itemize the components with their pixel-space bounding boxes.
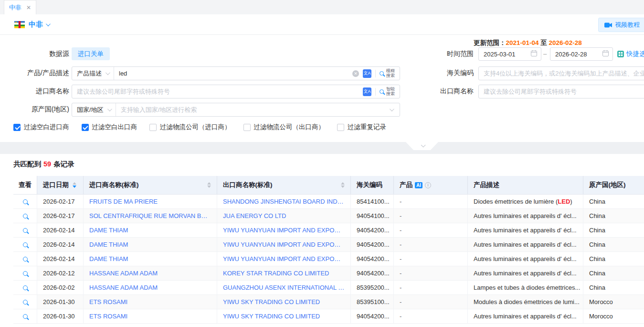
exporter-link[interactable]: YIWU SKY TRADING CO LIMITED — [223, 313, 320, 320]
product-cell: - — [394, 309, 468, 323]
importer-name-label: 进口商名称 — [0, 87, 69, 96]
calendar-icon[interactable] — [531, 50, 537, 58]
exporter-name-input[interactable] — [479, 88, 644, 95]
product-type-select[interactable]: 产品描述 — [72, 67, 114, 80]
exporter-link[interactable]: JUA ENERGY CO LTD — [223, 212, 286, 219]
update-range-to: 2026-02-28 — [549, 39, 582, 46]
info-icon[interactable]: i — [425, 182, 431, 188]
calendar-icon[interactable] — [602, 50, 609, 58]
importer-cell: DAME THIAM — [84, 223, 217, 237]
origin-country-input[interactable] — [116, 106, 390, 113]
filter-checkbox[interactable]: 过滤物流公司（进口商） — [149, 123, 231, 131]
country-selector-label[interactable]: 中非 — [29, 20, 43, 29]
checkbox-checked-icon[interactable] — [13, 124, 21, 131]
importer-link[interactable]: HASSANE ADAM ADAM — [89, 284, 158, 291]
exporter-link[interactable]: SHANDONG JINSHENGTAI BOARD INDUST... — [223, 198, 345, 205]
results-table: 查看 进口日期 进口商名称(标准) 出口商名称(标准) 海关编码 产品 AI i… — [13, 176, 644, 324]
importer-link[interactable]: DAME THIAM — [89, 241, 128, 248]
page-header: 中非 视频教程 — [0, 14, 644, 35]
date-from-field[interactable] — [478, 47, 541, 61]
datasource-import-declaration-button[interactable]: 进口关单 — [72, 47, 110, 60]
origin-cell: China — [583, 195, 644, 208]
close-icon[interactable]: ✕ — [26, 4, 31, 11]
col-import-date[interactable]: 进口日期 — [37, 176, 84, 194]
date-from-input[interactable] — [479, 51, 531, 58]
date-to-input[interactable] — [550, 51, 602, 58]
fuzzy-search-button[interactable]: 模糊搜索 — [380, 69, 400, 78]
importer-cell: HASSANE ADAM ADAM — [84, 266, 217, 280]
filter-checkbox[interactable]: 过滤空白出口商 — [82, 123, 137, 131]
exporter-link[interactable]: YIWU YUANYUAN IMPORT AND EXPORT C... — [223, 227, 345, 234]
exporter-link[interactable]: YIWU YUANYUAN IMPORT AND EXPORT C... — [223, 255, 345, 262]
translate-icon[interactable]: 文A — [363, 69, 371, 78]
sort-icon[interactable] — [341, 182, 345, 188]
exporter-cell: YIWU SKY TRADING CO LIMITED — [217, 295, 351, 309]
quick-select-link[interactable]: 快捷选择 — [617, 50, 644, 58]
results-summary: 共匹配到59条记录 — [13, 160, 74, 169]
chevron-down-icon[interactable] — [390, 107, 394, 111]
product-cell: - — [394, 238, 468, 251]
hs-code-cell: 94054200... — [351, 238, 394, 251]
col-importer[interactable]: 进口商名称(标准) — [84, 176, 217, 194]
exporter-link[interactable]: KOREY STAR TRADING CO LIMITED — [223, 270, 329, 277]
view-detail-icon[interactable] — [23, 199, 28, 204]
exporter-link[interactable]: GUANGZHOU ASENX INTERNATIONAL CO ... — [223, 284, 345, 291]
translate-icon[interactable]: 文A — [363, 87, 371, 96]
importer-link[interactable]: SOL CENTRAFRIQUE RUE MORVAN BAT OF... — [89, 212, 211, 219]
view-detail-icon[interactable] — [23, 285, 28, 290]
filter-checkbox[interactable]: 过滤物流公司（出口商） — [243, 123, 325, 131]
smart-search-button[interactable]: 智能搜索 — [380, 87, 400, 97]
checkbox-unchecked-icon[interactable] — [337, 124, 344, 131]
exporter-link[interactable]: YIWU SKY TRADING CO LIMITED — [223, 298, 320, 305]
importer-link[interactable]: ETS ROSAMI — [89, 313, 127, 320]
exporter-link[interactable]: YIWU YUANYUAN IMPORT AND EXPORT C... — [223, 241, 345, 248]
importer-link[interactable]: FRUITS DE MA PRIERE — [89, 198, 158, 205]
product-cell: - — [394, 223, 468, 237]
clear-input-icon[interactable]: ✕ — [352, 70, 359, 77]
col-exporter[interactable]: 出口商名称(标准) — [217, 176, 351, 194]
product-search-input[interactable] — [114, 70, 352, 77]
tab-zhongfei[interactable]: 中非 ✕ — [4, 0, 36, 14]
video-tutorial-button[interactable]: 视频教程 — [598, 18, 644, 32]
sort-icon[interactable] — [207, 182, 211, 188]
importer-link[interactable]: DAME THIAM — [89, 255, 128, 262]
exporter-name-field[interactable] — [478, 85, 644, 98]
chevron-down-icon[interactable] — [46, 22, 51, 26]
chevron-down-icon — [106, 70, 110, 75]
filter-checkbox-label: 过滤物流公司（进口商） — [160, 123, 231, 131]
origin-type-select[interactable]: 国家/地区 — [72, 103, 116, 116]
hs-code-cell: 94054200... — [351, 252, 394, 266]
view-detail-icon[interactable] — [23, 314, 28, 319]
importer-link[interactable]: DAME THIAM — [89, 227, 128, 234]
checkbox-unchecked-icon[interactable] — [243, 124, 251, 131]
importer-name-input[interactable] — [72, 88, 363, 95]
origin-cell: China — [583, 209, 644, 223]
filter-checkbox[interactable]: 过滤空白进口商 — [13, 123, 69, 131]
date-to-field[interactable] — [550, 47, 613, 61]
hs-code-field[interactable] — [478, 66, 644, 80]
checkbox-unchecked-icon[interactable] — [149, 124, 157, 131]
sort-icon[interactable] — [73, 182, 76, 188]
checkbox-checked-icon[interactable] — [82, 124, 89, 131]
filter-checkbox[interactable]: 过滤重复记录 — [337, 123, 386, 131]
product-cell: - — [394, 209, 468, 223]
view-detail-icon[interactable] — [23, 214, 28, 218]
collapse-form-handle[interactable] — [406, 142, 438, 150]
import-date-cell: 2026-02-14 — [37, 238, 84, 251]
view-detail-icon[interactable] — [23, 300, 28, 305]
description-cell: Diodes émettrices de lumière (LED) — [468, 195, 583, 208]
importer-link[interactable]: ETS ROSAMI — [89, 298, 127, 305]
view-detail-icon[interactable] — [23, 228, 28, 233]
product-cell: - — [394, 266, 468, 280]
importer-name-field: 文A 智能搜索 — [72, 85, 400, 98]
table-body: 2026-02-17FRUITS DE MA PRIERESHANDONG JI… — [13, 195, 644, 324]
view-detail-icon[interactable] — [23, 271, 28, 276]
hs-code-input[interactable] — [479, 70, 644, 77]
origin-cell: Morocco — [583, 309, 644, 323]
view-detail-icon[interactable] — [23, 257, 28, 262]
product-cell: - — [394, 195, 468, 208]
importer-link[interactable]: HASSANE ADAM ADAM — [89, 270, 158, 277]
filter-checkbox-label: 过滤物流公司（出口商） — [254, 123, 325, 131]
view-detail-icon[interactable] — [23, 242, 28, 247]
results-panel: 共匹配到59条记录 查看 进口日期 进口商名称(标准) 出口商名称(标准) 海关… — [0, 154, 644, 327]
